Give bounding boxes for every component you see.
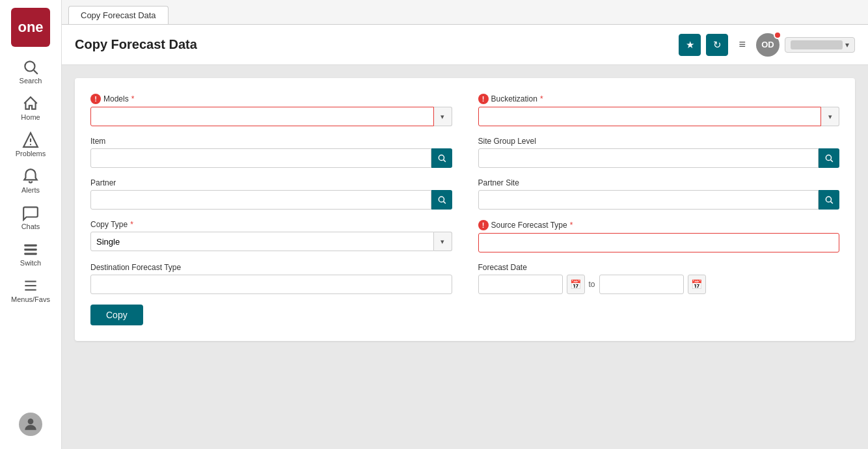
sidebar-item-home[interactable]: Home <box>0 90 61 126</box>
sidebar-item-problems[interactable]: Problems <box>0 126 61 163</box>
svg-point-10 <box>28 418 34 424</box>
svg-point-17 <box>826 197 831 202</box>
refresh-button[interactable]: ↻ <box>706 34 728 56</box>
partner-site-label: Partner Site <box>478 178 840 187</box>
item-label: Item <box>90 137 452 146</box>
partner-input[interactable] <box>90 190 431 210</box>
bucketization-input[interactable] <box>478 107 822 126</box>
notification-dot <box>774 31 781 39</box>
header-bar: Copy Forecast Data ★ ↻ ≡ OD ▾ <box>62 25 868 65</box>
svg-line-1 <box>34 70 38 74</box>
forecast-date-from-calendar-button[interactable]: 📅 <box>567 275 585 294</box>
item-search-button[interactable] <box>431 148 452 168</box>
site-group-search-icon <box>824 154 834 163</box>
source-forecast-type-field: ! Source Forecast Type * <box>478 220 840 252</box>
partner-field: Partner <box>90 178 452 210</box>
svg-rect-6 <box>24 252 37 254</box>
copy-type-field: Copy Type * ▾ <box>90 220 452 252</box>
destination-forecast-type-input[interactable] <box>90 275 452 294</box>
models-dropdown-wrapper: ▾ <box>90 107 452 126</box>
forecast-date-row: 📅 to 📅 <box>478 275 840 294</box>
bucketization-dropdown-button[interactable]: ▾ <box>821 107 839 126</box>
user-role-dropdown[interactable]: ▾ <box>785 37 855 53</box>
to-label: to <box>589 280 595 289</box>
menu-button[interactable]: ≡ <box>733 35 751 54</box>
sidebar-item-switch[interactable]: Switch <box>0 236 61 272</box>
user-profile-area <box>16 407 45 449</box>
svg-line-16 <box>443 202 445 204</box>
header-actions: ★ ↻ ≡ OD ▾ <box>679 33 855 57</box>
chevron-down-icon: ▾ <box>845 40 849 49</box>
item-search-icon <box>437 154 446 163</box>
content-area: ! Models * ▾ ! Bucketization * <box>62 65 868 449</box>
favorite-button[interactable]: ★ <box>679 34 701 56</box>
destination-forecast-type-label: Destination Forecast Type <box>90 263 452 272</box>
bucketization-required-icon: ! <box>478 94 489 104</box>
svg-point-13 <box>826 155 831 160</box>
tab-copy-forecast-data[interactable]: Copy Forecast Data <box>68 6 169 24</box>
models-label: ! Models * <box>90 94 452 104</box>
source-forecast-type-input[interactable] <box>478 233 840 252</box>
partner-label: Partner <box>90 178 452 187</box>
warning-icon <box>22 131 39 148</box>
bucketization-dropdown-wrapper: ▾ <box>478 107 840 126</box>
copy-type-label: Copy Type * <box>90 220 452 229</box>
partner-input-wrapper <box>90 190 452 210</box>
app-logo[interactable]: one <box>11 8 50 47</box>
partner-site-input[interactable] <box>478 190 819 210</box>
svg-rect-4 <box>24 244 37 246</box>
svg-line-14 <box>831 160 833 162</box>
copy-button[interactable]: Copy <box>90 305 143 325</box>
partner-site-search-button[interactable] <box>819 190 839 210</box>
search-icon <box>22 59 39 75</box>
item-field: Item <box>90 137 452 168</box>
form-grid: ! Models * ▾ ! Bucketization * <box>90 94 839 294</box>
bucketization-field: ! Bucketization * ▾ <box>478 94 840 126</box>
user-avatar-sidebar[interactable] <box>16 407 45 441</box>
switch-icon <box>22 241 39 258</box>
chat-icon <box>22 204 39 221</box>
copy-type-dropdown-wrapper: ▾ <box>90 232 452 251</box>
tab-bar: Copy Forecast Data <box>62 0 868 25</box>
user-role-label <box>791 40 843 49</box>
forecast-date-to-input[interactable] <box>599 275 684 294</box>
site-group-level-input[interactable] <box>478 148 819 168</box>
sidebar: one Search Home Problems Alerts Chats Sw… <box>0 0 62 449</box>
source-forecast-required-icon: ! <box>478 220 489 230</box>
notification-wrapper: OD <box>756 33 780 57</box>
site-group-level-search-button[interactable] <box>819 148 839 168</box>
svg-point-11 <box>439 155 444 160</box>
menus-icon <box>22 277 39 294</box>
copy-type-dropdown-button[interactable]: ▾ <box>434 232 452 251</box>
svg-line-12 <box>443 160 445 162</box>
copy-type-input[interactable] <box>90 232 434 251</box>
partner-site-field: Partner Site <box>478 178 840 210</box>
item-input-wrapper <box>90 148 452 168</box>
partner-site-input-wrapper <box>478 190 840 210</box>
sidebar-item-menus-favs[interactable]: Menus/Favs <box>0 272 61 308</box>
sidebar-item-alerts[interactable]: Alerts <box>0 163 61 199</box>
bucketization-label: ! Bucketization * <box>478 94 840 104</box>
sidebar-item-search[interactable]: Search <box>0 53 61 90</box>
main-content: Copy Forecast Data Copy Forecast Data ★ … <box>62 0 868 449</box>
forecast-date-field: Forecast Date 📅 to 📅 <box>478 263 840 294</box>
forecast-date-to-calendar-button[interactable]: 📅 <box>688 275 706 294</box>
models-dropdown-button[interactable]: ▾ <box>434 107 452 126</box>
sidebar-item-chats[interactable]: Chats <box>0 199 61 236</box>
partner-search-button[interactable] <box>431 190 452 210</box>
bell-icon <box>22 168 39 185</box>
svg-rect-5 <box>24 249 37 251</box>
home-icon <box>22 95 39 112</box>
forecast-date-from-input[interactable] <box>478 275 563 294</box>
user-avatar-icon <box>22 416 39 433</box>
svg-point-3 <box>30 144 31 145</box>
forecast-date-label: Forecast Date <box>478 263 840 272</box>
site-group-level-field: Site Group Level <box>478 137 840 168</box>
models-field: ! Models * ▾ <box>90 94 452 126</box>
page-title: Copy Forecast Data <box>75 37 679 52</box>
item-input[interactable] <box>90 148 431 168</box>
svg-line-18 <box>831 202 833 204</box>
models-required-icon: ! <box>90 94 101 104</box>
destination-forecast-type-field: Destination Forecast Type <box>90 263 452 294</box>
models-input[interactable] <box>90 107 434 126</box>
